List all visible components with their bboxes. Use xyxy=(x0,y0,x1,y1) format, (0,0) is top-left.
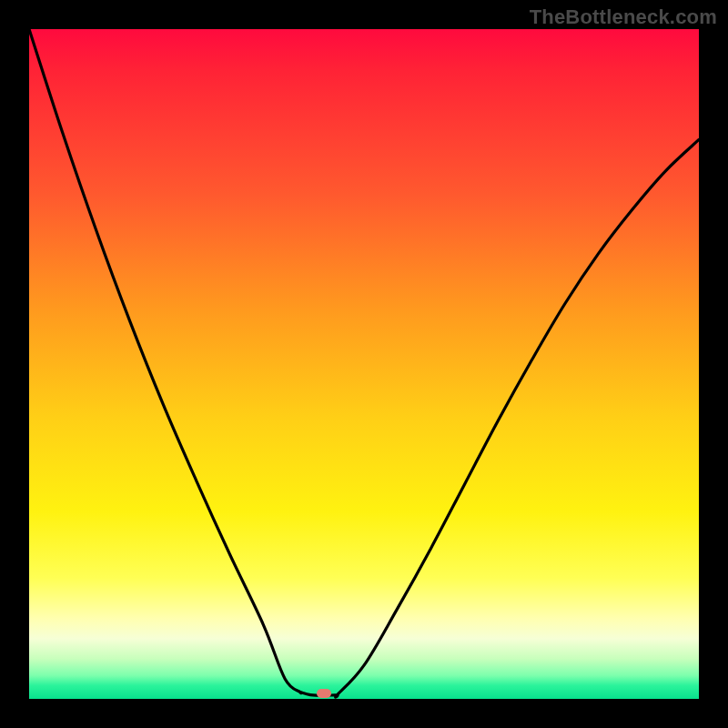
watermark-text: TheBottleneck.com xyxy=(530,5,717,29)
curve-path xyxy=(29,29,699,697)
plot-area xyxy=(29,29,699,699)
chart-frame: TheBottleneck.com xyxy=(0,0,728,728)
bottleneck-curve xyxy=(29,29,699,699)
optimum-marker xyxy=(317,689,331,698)
